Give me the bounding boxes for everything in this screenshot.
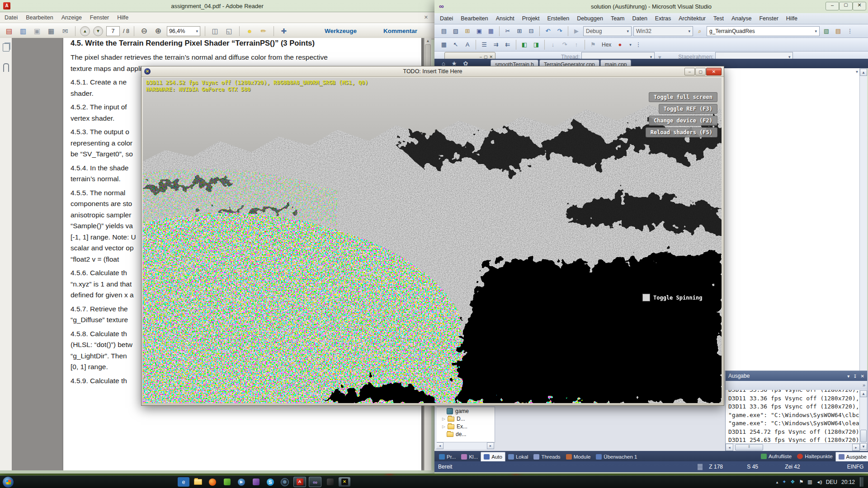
output-panel-title-bar[interactable]: Ausgabe ▾ ↧ ✕ [726,371,867,381]
output-text-area[interactable]: D3D11 33.36 fps Vsync off (1280x720), R8… [726,390,860,444]
toggle-ref-button[interactable]: Toggle REF (F3) [659,104,717,114]
uncomment-icon[interactable]: ◨ [531,40,541,49]
pointer-icon[interactable]: ↖ [451,40,461,49]
show-desktop-button[interactable] [860,477,863,487]
tree-horizontal-scrollbar[interactable]: ◂ ▸ [436,442,494,449]
vs-menu-erstellen[interactable]: Erstellen [547,15,570,22]
page-thumbnails-icon[interactable] [3,43,9,52]
language-indicator[interactable]: DEU [826,479,837,485]
taskbar-explorer-icon[interactable] [192,477,204,487]
tree-item-d[interactable]: ▷ D... [437,414,495,422]
vs-title-bar[interactable]: ∞ solution (Ausführung) - Microsoft Visu… [434,0,868,13]
network-icon[interactable]: ▥ [807,479,812,485]
paste-icon[interactable]: ⊟ [526,27,536,36]
hex-toggle[interactable]: Hex [600,42,613,48]
breakpoint-icon[interactable]: ● [615,40,625,49]
text-tool-icon[interactable]: A [462,40,472,49]
indent-icon[interactable]: ⇉ [491,40,501,49]
tray-expand-icon[interactable]: ▴ [776,480,778,484]
zoom-out-icon[interactable]: ⊖ [139,26,150,36]
new-item-icon[interactable]: ▤ [439,27,449,36]
expand-arrow-icon[interactable]: ▷ [442,424,445,429]
menu-bearbeiten[interactable]: Bearbeiten [26,14,53,21]
email-icon[interactable]: ✉ [60,26,71,36]
tab-lokal[interactable]: Lokal [505,452,531,461]
taskbar-app-purple-icon[interactable] [250,477,262,487]
vs-menu-projekt[interactable]: Projekt [522,15,540,22]
vs-menu-team[interactable]: Team [611,15,625,22]
taskbar-app-dark-icon[interactable] [324,477,336,487]
taskbar-media-player-icon[interactable]: ▶ [236,477,247,487]
output-vertical-scrollbar[interactable]: ▲ ▼ [859,390,867,444]
cut-icon[interactable]: ✂ [503,27,513,36]
line-list-icon[interactable]: ☰ [479,40,489,49]
pin-icon[interactable]: ↧ [853,374,857,379]
redo-icon[interactable]: ↷ [555,27,565,36]
menu-fenster[interactable]: Fenster [90,14,109,21]
adobe-title-bar[interactable]: A assignment_04.pdf - Adobe Reader [0,0,434,12]
vs-menu-hilfe[interactable]: Hilfe [786,15,797,22]
create-pdf-icon[interactable]: ▥ [18,26,28,36]
tab-aufrufliste[interactable]: Aufrufliste [758,452,794,461]
menu-datei[interactable]: Datei [5,14,18,21]
search-combobox[interactable]: g_TerrainQuadRes ▾ [707,26,820,36]
minimize-button[interactable]: – [684,68,695,75]
vs-menu-daten[interactable]: Daten [632,15,647,22]
taskbar-skype-icon[interactable]: S [264,477,276,487]
vs-menu-debuggen[interactable]: Debuggen [577,15,603,22]
taskbar-browser-globe-icon[interactable]: ◍ [279,477,291,487]
taskbar-visual-studio-icon[interactable]: ∞ [309,477,321,487]
outdent-icon[interactable]: ⇇ [503,40,513,49]
step-over-icon[interactable]: ↷ [560,40,570,49]
tab-auto[interactable]: Auto [481,452,505,461]
taskbar-app-blue-icon[interactable]: e [178,477,189,487]
bookmark-icon[interactable]: ⚑ [588,40,598,49]
page-number-input[interactable]: 7 [106,26,120,36]
highlight-icon[interactable]: ✏ [258,26,269,36]
taskbar-firefox-icon[interactable] [207,477,218,487]
undo-icon[interactable]: ↶ [543,27,553,36]
toggle-fullscreen-button[interactable]: Toggle full screen [649,92,717,102]
dxut-title-bar[interactable]: ✕ TODO: Insert Title Here – ▢ ✕ [142,66,724,77]
menu-anzeige[interactable]: Anzeige [61,14,82,21]
grid-icon[interactable]: ▦ [439,40,449,49]
d3d-render-viewport[interactable]: D3D11 254.52 fps Vsync off (1280x720), R… [143,78,722,403]
close-icon[interactable]: ✕ [861,374,864,379]
volume-icon[interactable]: ◄)) [816,480,822,484]
vs-menu-datei[interactable]: Datei [440,15,453,22]
tab-projektmappe[interactable]: Pr... [436,452,458,461]
vs-menu-ansicht[interactable]: Ansicht [496,15,514,22]
tab-threads[interactable]: Threads [531,452,563,461]
open-folder-icon[interactable]: ⊞ [462,27,472,36]
save-all-icon[interactable]: ▦ [486,27,496,36]
find-icon[interactable]: ⌕ [695,27,705,36]
tab-haltepunkte[interactable]: Haltepunkte [794,452,835,461]
editor-vertical-scrollbar[interactable]: ▲ [859,68,867,371]
spinning-checkbox[interactable] [642,294,650,301]
tray-app2-icon[interactable]: ❖ [791,479,795,485]
previous-page-icon[interactable]: ▲ [80,26,90,36]
fit-page-icon[interactable]: ◱ [224,26,235,36]
window-menu-icon[interactable]: ▾ [847,374,849,379]
chevron-down-icon[interactable]: ▾ [856,69,858,74]
maximize-button[interactable]: ▢ [839,2,853,10]
kommentar-button[interactable]: Kommentar [379,26,422,36]
tab-ueberwachen[interactable]: Überwachen 1 [593,452,640,461]
tray-app-icon[interactable]: ✦ [782,479,786,485]
step-out-icon[interactable]: ↑ [571,40,581,49]
step-into-icon[interactable]: ↓ [548,40,558,49]
taskbar-adobe-reader-icon[interactable]: A [293,477,306,487]
comment-bubble-icon[interactable]: ● [244,26,255,36]
close-button[interactable]: ✕ [853,2,866,10]
maximize-button[interactable]: ▢ [695,68,706,75]
toolbar-overflow-icon[interactable]: ⋮ [633,40,643,49]
toolbar-overflow-icon[interactable]: » [863,382,865,388]
clock[interactable]: 20:12 [841,479,855,485]
taskbar-app-green-icon[interactable] [221,477,233,487]
werkzeuge-button[interactable]: Werkzeuge [320,26,361,36]
change-device-button[interactable]: Change device (F2) [649,116,717,126]
close-button[interactable]: ✕ [706,68,722,75]
tab-ausgabe[interactable]: Ausgabe [835,452,868,461]
menu-hilfe[interactable]: Hilfe [117,14,128,21]
vs-menu-test[interactable]: Test [713,15,724,22]
